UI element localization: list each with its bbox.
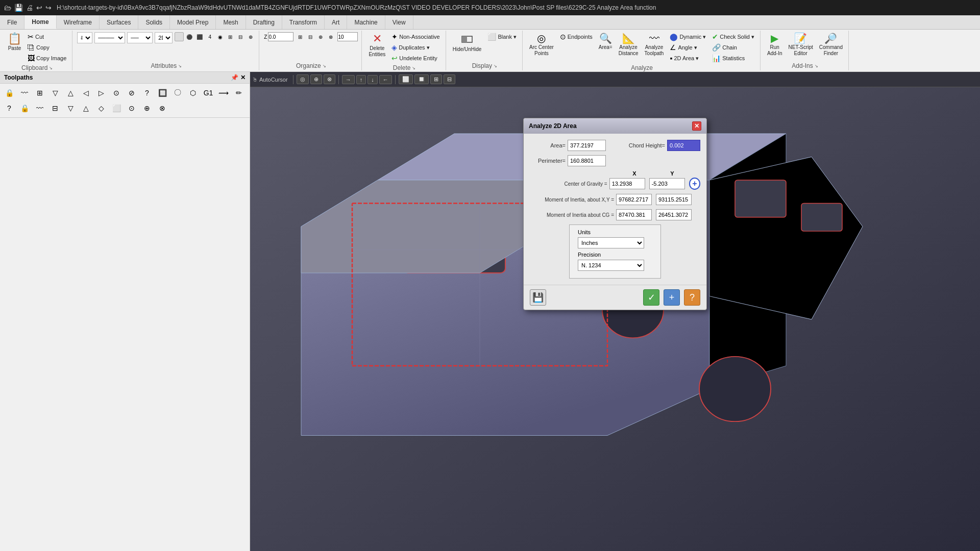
org-btn2[interactable]: ⊟ [306,32,315,41]
precision-select[interactable]: N. 1234 N. 12345 N. 123 [578,260,644,271]
tp-btn30[interactable]: ⊗ [155,101,169,115]
attr-btn2[interactable]: ⬛ [195,32,204,41]
redo-icon[interactable]: ↪ [45,4,52,12]
canvas-btn4[interactable]: → [342,75,355,84]
tab-solids[interactable]: Solids [138,15,170,29]
tp-clear-btn[interactable]: ⊘ [125,86,139,100]
tab-view[interactable]: View [385,15,413,29]
addins-expand-icon[interactable]: ↘ [815,64,818,68]
blank-button[interactable]: ⬜ Blank ▾ [485,32,519,42]
tp-btn11[interactable]: 🔲 [155,86,169,100]
tab-surfaces[interactable]: Surfaces [100,15,138,29]
display-expand-icon[interactable]: ↘ [494,64,497,68]
color-btn[interactable] [175,32,184,41]
analyze-distance-button[interactable]: 📐 AnalyzeDistance [616,32,641,58]
run-addin-button[interactable]: ▶ RunAdd-In [765,32,785,58]
moment-cg-x-input[interactable] [616,209,652,220]
cg-x-input[interactable] [609,178,645,189]
tp-btn22[interactable]: 〰 [33,101,47,115]
tab-art[interactable]: Art [325,15,347,29]
area-input[interactable] [568,140,606,151]
tp-expand-btn[interactable]: ▽ [48,86,62,100]
tp-btn24[interactable]: ▽ [63,101,78,115]
tp-next-btn[interactable]: ▷ [94,86,108,100]
command-finder-button[interactable]: 🔎 CommandFinder [817,32,845,58]
toolpaths-pin-icon[interactable]: 📌 [231,74,238,81]
tp-btn28[interactable]: ⊙ [125,101,139,115]
delete-entities-button[interactable]: ✕ DeleteEntities [366,32,388,59]
tp-add-btn[interactable]: ⊞ [33,86,47,100]
canvas-btn2[interactable]: ⊕ [310,74,322,84]
tab-drafting[interactable]: Drafting [246,15,282,29]
dynamic-button[interactable]: ⬤ Dynamic ▾ [667,32,708,42]
tp-btn26[interactable]: ◇ [94,101,108,115]
attr-btn3[interactable]: 4 [205,32,214,41]
canvas-btn1[interactable]: ◎ [297,74,309,84]
line-width-select[interactable]: ── [127,32,153,43]
tp-btn29[interactable]: ⊕ [140,101,154,115]
moment-xy-y-input[interactable] [656,194,692,205]
ok-button[interactable]: ✓ [643,289,659,306]
org-btn4[interactable]: ⊗ [326,32,335,41]
statistics-button[interactable]: 📊 Statistics [709,53,757,63]
paste-button[interactable]: 📋 Paste [5,32,24,53]
z-input[interactable] [268,32,293,41]
check-solid-button[interactable]: ✔ Check Solid ▾ [709,32,757,42]
tab-machine[interactable]: Machine [347,15,385,29]
cg-plus-button[interactable]: + [689,178,700,190]
attributes-expand-icon[interactable]: ↘ [178,64,182,68]
organize-expand-icon[interactable]: ↘ [323,64,326,68]
tp-prev-btn[interactable]: ◁ [79,86,93,100]
chain-button[interactable]: 🔗 Chain [709,42,757,53]
tp-btn16[interactable]: ✏ [232,86,246,100]
copy-image-button[interactable]: 🖼 Copy Image [25,53,69,63]
delete-expand-icon[interactable]: ↘ [412,66,415,70]
view-select[interactable]: 2D [155,32,173,43]
tp-btn12[interactable]: 〇 [170,86,185,100]
moment-xy-x-input[interactable] [616,194,652,205]
tp-center-btn[interactable]: ⊙ [109,86,124,100]
chord-height-input[interactable] [667,140,700,151]
tab-wireframe[interactable]: Wireframe [57,15,100,29]
open-icon[interactable]: 🗁 [4,4,11,12]
canvas-btn8[interactable]: ⬜ [399,74,413,84]
hide-unhide-button[interactable]: Hide/UnHide [450,32,484,54]
duplicates-button[interactable]: ◈ Duplicates ▾ [389,42,442,53]
tp-btn25[interactable]: △ [79,101,93,115]
tp-help-btn[interactable]: ? [140,86,154,100]
perimeter-input[interactable] [568,155,606,166]
tp-btn21[interactable]: 🔒 [17,101,32,115]
attr-btn4[interactable]: ◉ [215,32,225,41]
cg-y-input[interactable] [649,178,685,189]
add-button[interactable]: + [664,289,680,306]
tp-btn27[interactable]: ⬜ [109,101,124,115]
org-btn1[interactable]: ⊞ [296,32,305,41]
endpoints-button[interactable]: ⊙ Endpoints [557,32,595,42]
non-associative-button[interactable]: ✦ Non-Associative [389,32,442,42]
attr-btn7[interactable]: ⊕ [246,32,255,41]
line-type-select[interactable]: # [77,32,92,43]
canvas-btn5[interactable]: ↑ [356,75,366,84]
save-button[interactable]: 💾 [530,289,546,306]
arc-center-points-button[interactable]: ◎ Arc CenterPoints [527,32,556,58]
canvas-btn11[interactable]: ⊟ [444,74,455,84]
titlebar-icons[interactable]: 🗁 💾 🖨 ↩ ↪ [4,4,52,12]
2d-area-button[interactable]: ▪ 2D Area ▾ [667,53,708,63]
undo-icon[interactable]: ↩ [36,4,42,12]
help-button[interactable]: ? [684,289,700,306]
tp-lock-btn[interactable]: 🔒 [2,86,16,100]
canvas-btn6[interactable]: ↓ [368,75,378,84]
line-style-select[interactable]: ──── [94,32,125,43]
print-icon[interactable]: 🖨 [26,4,33,12]
toolpaths-close-icon[interactable]: ✕ [240,74,246,81]
tab-transform[interactable]: Transform [282,15,325,29]
dialog-close-button[interactable]: ✕ [692,121,701,131]
canvas-btn7[interactable]: ← [379,75,392,84]
canvas-btn9[interactable]: 🔲 [414,74,429,84]
tab-file[interactable]: File [0,15,24,29]
org-btn3[interactable]: ⊕ [316,32,325,41]
attr-btn1[interactable]: ⚫ [185,32,194,41]
attr-btn6[interactable]: ⊟ [236,32,245,41]
net-script-button[interactable]: 📝 NET-ScriptEditor [786,32,815,58]
copy-button[interactable]: ⿻ Copy [25,42,69,53]
